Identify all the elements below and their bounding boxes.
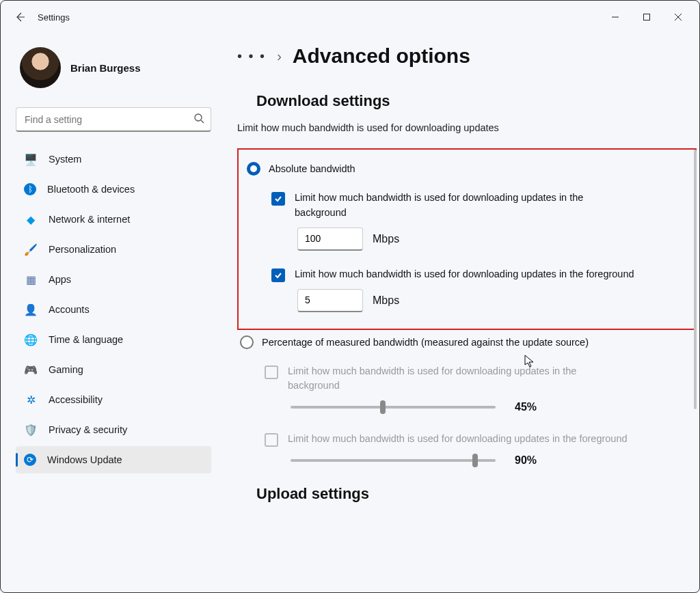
fg-bandwidth-unit: Mbps — [373, 294, 399, 307]
back-button[interactable] — [6, 12, 33, 23]
scrollbar[interactable] — [694, 150, 697, 409]
sidebar-item-accounts[interactable]: 👤Accounts — [16, 296, 211, 323]
fg-pct-value: 90% — [515, 454, 537, 467]
sidebar-item-network-internet[interactable]: ◆Network & internet — [16, 206, 211, 233]
sidebar-item-privacy-security[interactable]: 🛡️Privacy & security — [16, 416, 211, 443]
fg-bandwidth-input[interactable] — [297, 289, 363, 312]
sidebar-item-label: Time & language — [49, 334, 123, 345]
sidebar-item-label: System — [49, 154, 81, 165]
radio-percentage[interactable] — [240, 335, 254, 349]
chevron-right-icon: › — [277, 49, 282, 64]
checkbox-fg-label: Limit how much bandwidth is used for dow… — [295, 267, 634, 282]
sidebar-item-label: Privacy & security — [49, 424, 127, 435]
network-icon: ◆ — [24, 212, 38, 226]
sidebar-item-label: Personalization — [49, 244, 116, 255]
app-title: Settings — [38, 12, 70, 23]
sidebar-item-gaming[interactable]: 🎮Gaming — [16, 356, 211, 383]
page-title: Advanced options — [293, 44, 470, 68]
checkbox-bg-pct-label: Limit how much bandwidth is used for dow… — [288, 364, 630, 394]
sidebar-item-label: Windows Update — [47, 454, 122, 465]
sidebar-item-label: Bluetooth & devices — [47, 184, 135, 195]
privacy-icon: 🛡️ — [24, 423, 38, 437]
upload-heading: Upload settings — [256, 485, 697, 503]
sidebar-item-label: Network & internet — [49, 214, 130, 225]
sidebar-item-label: Apps — [49, 274, 71, 285]
radio-absolute[interactable] — [247, 162, 260, 176]
sidebar-item-personalization[interactable]: 🖌️Personalization — [16, 236, 211, 263]
sidebar-item-label: Gaming — [49, 364, 83, 375]
highlight-box: Absolute bandwidth Limit how much bandwi… — [237, 148, 697, 330]
checkbox-fg-pct-label: Limit how much bandwidth is used for dow… — [288, 432, 628, 447]
sidebar-item-label: Accessibility — [49, 394, 103, 405]
sidebar-item-windows-update[interactable]: ⟳Windows Update — [16, 446, 211, 473]
sidebar-item-accessibility[interactable]: ✲Accessibility — [16, 386, 211, 413]
checkbox-fg-pct — [265, 433, 278, 447]
personalization-icon: 🖌️ — [24, 243, 38, 256]
breadcrumb-overflow[interactable]: • • • — [237, 49, 266, 64]
time-icon: 🌐 — [24, 333, 38, 346]
apps-icon: ▦ — [24, 273, 38, 286]
sidebar-item-apps[interactable]: ▦Apps — [16, 266, 211, 293]
svg-rect-0 — [644, 14, 650, 20]
bg-pct-slider[interactable] — [291, 400, 496, 414]
system-icon: 🖥️ — [24, 152, 38, 166]
search-box[interactable] — [16, 107, 211, 132]
radio-percentage-label: Percentage of measured bandwidth (measur… — [262, 337, 589, 348]
avatar — [20, 47, 61, 88]
username: Brian Burgess — [70, 62, 141, 74]
accessibility-icon: ✲ — [24, 393, 38, 406]
svg-point-1 — [195, 114, 202, 121]
sidebar-item-system[interactable]: 🖥️System — [16, 146, 211, 173]
checkbox-fg-limit[interactable] — [271, 268, 285, 282]
gaming-icon: 🎮 — [24, 363, 38, 376]
minimize-button[interactable] — [600, 6, 631, 28]
sidebar-item-time-language[interactable]: 🌐Time & language — [16, 326, 211, 353]
bg-pct-value: 45% — [515, 401, 537, 413]
sidebar-item-bluetooth-devices[interactable]: ᛒBluetooth & devices — [16, 176, 211, 203]
checkbox-bg-label: Limit how much bandwidth is used for dow… — [295, 191, 636, 221]
checkbox-bg-limit[interactable] — [271, 192, 285, 206]
maximize-button[interactable] — [631, 6, 662, 28]
search-icon — [193, 113, 204, 126]
fg-pct-slider[interactable] — [291, 454, 496, 467]
download-subtitle: Limit how much bandwidth is used for dow… — [237, 122, 697, 133]
search-input[interactable] — [16, 107, 211, 132]
profile[interactable]: Brian Burgess — [16, 47, 211, 88]
windows-icon: ⟳ — [24, 454, 36, 466]
bg-bandwidth-unit: Mbps — [373, 233, 399, 245]
close-button[interactable] — [662, 6, 694, 28]
download-heading: Download settings — [256, 92, 697, 110]
checkbox-bg-pct — [265, 366, 278, 379]
bg-bandwidth-input[interactable] — [297, 227, 363, 251]
bluetooth-icon: ᛒ — [24, 183, 36, 195]
accounts-icon: 👤 — [24, 303, 38, 316]
radio-absolute-label: Absolute bandwidth — [269, 163, 355, 174]
sidebar-item-label: Accounts — [49, 304, 90, 315]
